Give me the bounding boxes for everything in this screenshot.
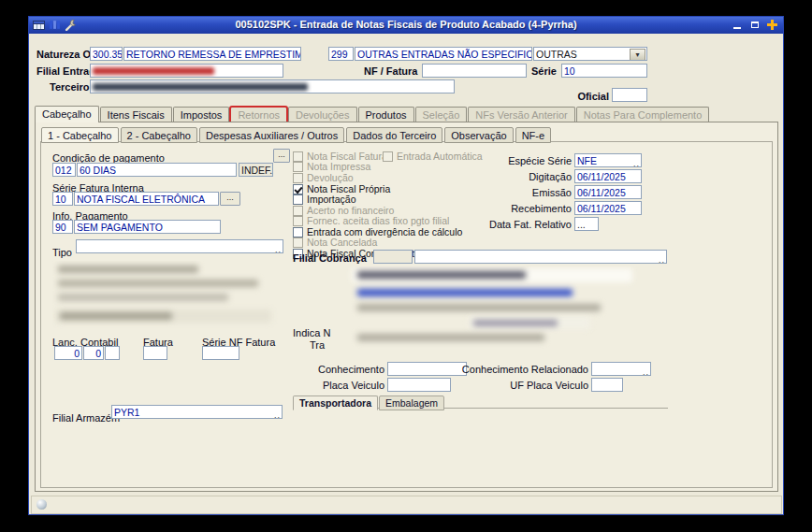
serie-fatura-desc-field[interactable]: NOTA FISCAL ELETRÔNICA (74, 192, 219, 206)
columns-icon[interactable] (49, 19, 61, 31)
condicao-lookup-button[interactable]: ... (273, 149, 290, 163)
nf-fatura-field[interactable] (422, 64, 527, 78)
lookup-dots-icon[interactable]: .. (659, 256, 665, 264)
placa-veiculo-field[interactable] (387, 378, 451, 392)
lookup-dots-icon[interactable]: .. (275, 246, 282, 253)
categoria-combo[interactable]: OUTRAS ▾ (533, 47, 647, 61)
conhecimento-relacionado-label: Conhecimento Relacionado (455, 363, 588, 376)
cfop-code-field[interactable]: 299 (328, 47, 354, 61)
checkbox-icon (293, 227, 303, 237)
tab-itens-fiscais[interactable]: Itens Fiscais (100, 107, 172, 122)
tab-cabecalho[interactable]: Cabeçalho (35, 106, 99, 122)
fatura-field[interactable] (143, 346, 167, 360)
redacted-text (93, 83, 308, 91)
tab-nfs-versao-anterior[interactable]: NFs Versão Anterior (468, 107, 574, 122)
lanc-contabil-field-3[interactable] (105, 346, 120, 360)
filial-armazem-field[interactable]: PYR1 .. (111, 405, 283, 419)
serie-label: Série (531, 65, 557, 78)
tab-impostos[interactable]: Impostos (173, 107, 230, 122)
checkbox-checked-icon (293, 184, 303, 194)
minimize-button[interactable] (730, 19, 744, 31)
tab-transportadora[interactable]: Transportadora (293, 395, 378, 410)
checkbox-nota-cancelada[interactable]: Nota Cancelada (293, 237, 377, 248)
close-button[interactable] (765, 19, 779, 31)
window-title: 005102SPK - Entrada de Notas Fiscais de … (29, 19, 783, 30)
lookup-dots-icon[interactable]: .. (274, 411, 281, 419)
natureza-code-field[interactable]: 300.35 (90, 47, 123, 61)
dropdown-arrow-icon[interactable]: ▾ (630, 49, 645, 61)
orange-plus-icon (767, 20, 777, 30)
checkbox-entrada-automatica[interactable]: Entrada Automática (383, 151, 483, 162)
info-pagamento-code-field[interactable]: 90 (52, 220, 73, 234)
tipo-field[interactable]: .. (76, 239, 283, 253)
serie-fatura-code-field[interactable]: 10 (52, 192, 73, 206)
info-pagamento-desc-field[interactable]: SEM PAGAMENTO (74, 220, 221, 234)
minimize-icon (733, 27, 741, 29)
lanc-contabil-field-1[interactable]: 0 (54, 346, 82, 360)
redacted-text (93, 67, 214, 75)
digitacao-field[interactable]: 06/11/2025 (574, 169, 642, 183)
tipo-label: Tipo (52, 246, 72, 259)
maximize-icon (751, 22, 759, 28)
cfop-desc-field[interactable]: OUTRAS ENTRADAS NÃO ESPECIFICA (355, 47, 532, 61)
natureza-desc-field[interactable]: RETORNO REMESSA DE EMPRESTIMO (123, 47, 301, 61)
redacted-block-right (314, 266, 667, 351)
indica-label-fragment: Indica N (293, 326, 330, 339)
subtab-2-cabecalho[interactable]: 2 - Cabeçalho (121, 127, 198, 143)
condicao-code-field[interactable]: 012 (52, 163, 76, 177)
recebimento-label: Recebimento (469, 202, 572, 215)
tab-produtos[interactable]: Produtos (358, 107, 414, 122)
subtab-despesas[interactable]: Despesas Auxiliares / Outros (199, 127, 344, 143)
uf-placa-veiculo-field[interactable] (591, 378, 623, 392)
checkbox-nota-impressa[interactable]: Nota Impressa (293, 161, 370, 172)
titlebar: 005102SPK - Entrada de Notas Fiscais de … (29, 17, 783, 34)
checkbox-fornec-dias-fixo[interactable]: Fornec. aceita dias fixo pgto filial (293, 215, 449, 226)
checkbox-icon (293, 162, 303, 172)
checkbox-devolucao[interactable]: Devolução (293, 172, 354, 183)
subtab-1-cabecalho[interactable]: 1 - Cabeçalho (41, 127, 119, 143)
bottom-tab-bar: TransportadoraEmbalagem (293, 394, 445, 410)
emissao-field[interactable]: 06/11/2025 (574, 185, 642, 199)
filial-entrada-field-redacted[interactable] (90, 64, 283, 78)
subtab-observacao[interactable]: Observação (444, 127, 513, 143)
lookup-dots-icon[interactable]: .. (643, 368, 649, 376)
placa-veiculo-label: Placa Veiculo (291, 379, 384, 392)
conhecimento-relacionado-field[interactable]: .. (591, 362, 651, 376)
subtab-dados-terceiro[interactable]: Dados do Terceiro (346, 127, 442, 143)
checkbox-icon (293, 151, 303, 162)
lanc-contabil-field-2[interactable]: 0 (83, 346, 104, 360)
app-window: 005102SPK - Entrada de Notas Fiscais de … (28, 16, 784, 515)
tab-notas-para-complemento[interactable]: Notas Para Complemento (576, 107, 710, 122)
oficial-label: Oficial (572, 90, 609, 103)
checkbox-label: Devolução (307, 172, 354, 183)
especie-serie-field[interactable]: NFE .. (574, 153, 642, 167)
filial-cobranca-code-field[interactable] (373, 250, 413, 264)
especie-serie-label: Espécie Série (469, 154, 572, 167)
checkbox-icon (293, 237, 303, 248)
subtab-nfe[interactable]: NF-e (515, 127, 551, 143)
terceiro-field-redacted[interactable] (90, 79, 455, 93)
oficial-field[interactable] (612, 88, 647, 102)
checkbox-importacao[interactable]: Importação (293, 194, 356, 205)
conhecimento-label: Conhecimento (291, 363, 384, 376)
condicao-desc-field[interactable]: 60 DIAS (77, 163, 237, 177)
tab-retornos-highlighted[interactable]: Retornos (230, 107, 287, 122)
checkbox-label: Fornec. aceita dias fixo pgto filial (307, 215, 449, 226)
data-fat-relativo-field[interactable]: ... (574, 217, 599, 231)
serie-field[interactable]: 10 (561, 64, 647, 78)
checkbox-label: Importação (307, 194, 356, 205)
filial-cobranca-desc-field[interactable]: .. (414, 250, 667, 264)
maximize-button[interactable] (747, 19, 761, 31)
lookup-dots-icon[interactable]: .. (633, 160, 640, 167)
digitacao-label: Digitação (469, 170, 572, 183)
serie-fatura-lookup-button[interactable]: ... (220, 192, 240, 206)
data-fat-relativo-label: Data Fat. Relativo (459, 218, 572, 231)
tab-selecao[interactable]: Seleção (415, 107, 468, 122)
recebimento-field[interactable]: 06/11/2025 (574, 201, 642, 215)
tab-devolucoes[interactable]: Devoluções (288, 107, 356, 122)
nf-fatura-label: NF / Fatura (364, 65, 417, 78)
wrench-icon[interactable] (65, 19, 77, 31)
sub-tab-bar: 1 - Cabeçalho2 - CabeçalhoDespesas Auxil… (41, 126, 553, 143)
serie-nf-fatura-field[interactable] (202, 346, 239, 360)
tab-embalagem[interactable]: Embalagem (379, 395, 444, 410)
